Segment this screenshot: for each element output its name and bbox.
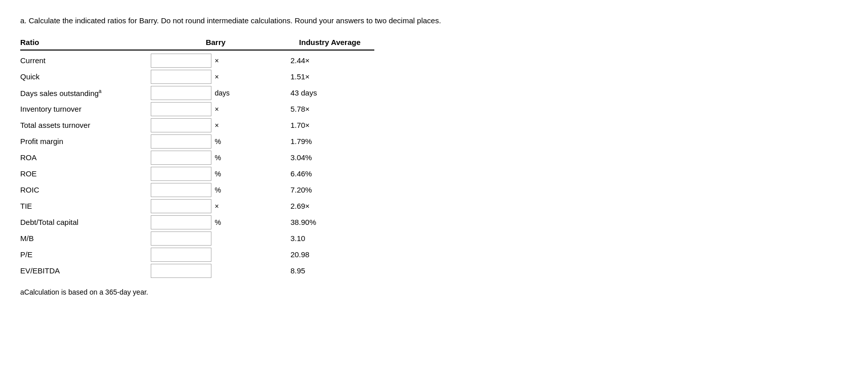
ratio-label-roic: ROIC	[20, 182, 146, 198]
barry-suffix-quick: ×	[214, 73, 230, 81]
ratio-label-total-assets-turnover: Total assets turnover	[20, 117, 146, 133]
table-row: Profit margin%1.79%	[20, 133, 374, 150]
ratio-label-inventory-turnover: Inventory turnover	[20, 101, 146, 117]
col-header-industry: Industry Average	[260, 36, 374, 50]
barry-cell-roe: %	[146, 166, 260, 182]
industry-cell-debt-total-capital: 38.90%	[260, 214, 374, 230]
table-row: P/E20.98	[20, 247, 374, 263]
industry-cell-days-sales: 43 days	[260, 85, 374, 101]
ratios-table: Ratio Barry Industry Average Current×2.4…	[20, 36, 374, 279]
barry-input-roe[interactable]	[151, 167, 211, 181]
industry-cell-mb: 3.10	[260, 230, 374, 247]
table-row: Quick×1.51×	[20, 69, 374, 85]
barry-input-days-sales[interactable]	[151, 86, 211, 100]
barry-cell-roa: %	[146, 150, 260, 166]
table-row: ROE%6.46%	[20, 166, 374, 182]
table-row: M/B3.10	[20, 230, 374, 247]
ratio-label-pe: P/E	[20, 247, 146, 263]
barry-input-roic[interactable]	[151, 183, 211, 197]
barry-cell-pe	[146, 247, 260, 263]
barry-cell-mb	[146, 230, 260, 247]
barry-cell-ev-ebitda	[146, 263, 260, 279]
industry-cell-inventory-turnover: 5.78×	[260, 101, 374, 117]
barry-suffix-roic: %	[214, 186, 230, 194]
ratio-label-roa: ROA	[20, 150, 146, 166]
industry-cell-roa: 3.04%	[260, 150, 374, 166]
industry-cell-ev-ebitda: 8.95	[260, 263, 374, 279]
industry-cell-current: 2.44×	[260, 50, 374, 69]
barry-cell-quick: ×	[146, 69, 260, 85]
table-row: ROIC%7.20%	[20, 182, 374, 198]
table-row: Total assets turnover×1.70×	[20, 117, 374, 133]
ratio-label-debt-total-capital: Debt/Total capital	[20, 214, 146, 230]
barry-cell-days-sales: days	[146, 85, 260, 101]
table-row: ROA%3.04%	[20, 150, 374, 166]
barry-input-pe[interactable]	[151, 248, 211, 262]
industry-cell-roic: 7.20%	[260, 182, 374, 198]
industry-cell-total-assets-turnover: 1.70×	[260, 117, 374, 133]
barry-suffix-roa: %	[214, 154, 230, 162]
ratio-label-days-sales: Days sales outstandinga	[20, 85, 146, 101]
ratio-label-quick: Quick	[20, 69, 146, 85]
col-header-barry: Barry	[146, 36, 260, 50]
industry-cell-profit-margin: 1.79%	[260, 133, 374, 150]
col-header-ratio: Ratio	[20, 36, 146, 50]
barry-cell-current: ×	[146, 50, 260, 69]
barry-input-roa[interactable]	[151, 151, 211, 165]
table-row: Inventory turnover×5.78×	[20, 101, 374, 117]
barry-input-profit-margin[interactable]	[151, 134, 211, 149]
table-row: EV/EBITDA8.95	[20, 263, 374, 279]
table-row: Debt/Total capital%38.90%	[20, 214, 374, 230]
table-row: Days sales outstandingadays43 days	[20, 85, 374, 101]
barry-suffix-roe: %	[214, 170, 230, 178]
barry-suffix-tie: ×	[214, 202, 230, 210]
industry-cell-pe: 20.98	[260, 247, 374, 263]
barry-cell-total-assets-turnover: ×	[146, 117, 260, 133]
barry-input-inventory-turnover[interactable]	[151, 102, 211, 116]
barry-input-current[interactable]	[151, 54, 211, 68]
barry-suffix-current: ×	[214, 57, 230, 65]
barry-input-debt-total-capital[interactable]	[151, 215, 211, 229]
industry-cell-roe: 6.46%	[260, 166, 374, 182]
barry-cell-tie: ×	[146, 198, 260, 214]
barry-suffix-total-assets-turnover: ×	[214, 121, 230, 129]
barry-suffix-days-sales: days	[214, 89, 230, 97]
barry-input-quick[interactable]	[151, 70, 211, 84]
ratio-label-mb: M/B	[20, 230, 146, 247]
table-row: TIE×2.69×	[20, 198, 374, 214]
barry-input-tie[interactable]	[151, 199, 211, 213]
ratio-label-tie: TIE	[20, 198, 146, 214]
table-row: Current×2.44×	[20, 50, 374, 69]
barry-suffix-debt-total-capital: %	[214, 218, 230, 226]
barry-cell-debt-total-capital: %	[146, 214, 260, 230]
industry-cell-tie: 2.69×	[260, 198, 374, 214]
barry-input-ev-ebitda[interactable]	[151, 264, 211, 278]
ratio-label-current: Current	[20, 50, 146, 69]
ratio-label-roe: ROE	[20, 166, 146, 182]
barry-input-total-assets-turnover[interactable]	[151, 118, 211, 132]
barry-suffix-profit-margin: %	[214, 137, 230, 146]
barry-cell-inventory-turnover: ×	[146, 101, 260, 117]
industry-cell-quick: 1.51×	[260, 69, 374, 85]
barry-suffix-inventory-turnover: ×	[214, 105, 230, 113]
instruction-text: a. Calculate the indicated ratios for Ba…	[20, 15, 848, 27]
ratio-label-profit-margin: Profit margin	[20, 133, 146, 150]
barry-cell-roic: %	[146, 182, 260, 198]
barry-input-mb[interactable]	[151, 231, 211, 246]
ratio-label-ev-ebitda: EV/EBITDA	[20, 263, 146, 279]
footnote-text: aCalculation is based on a 365-day year.	[20, 288, 848, 296]
barry-cell-profit-margin: %	[146, 133, 260, 150]
